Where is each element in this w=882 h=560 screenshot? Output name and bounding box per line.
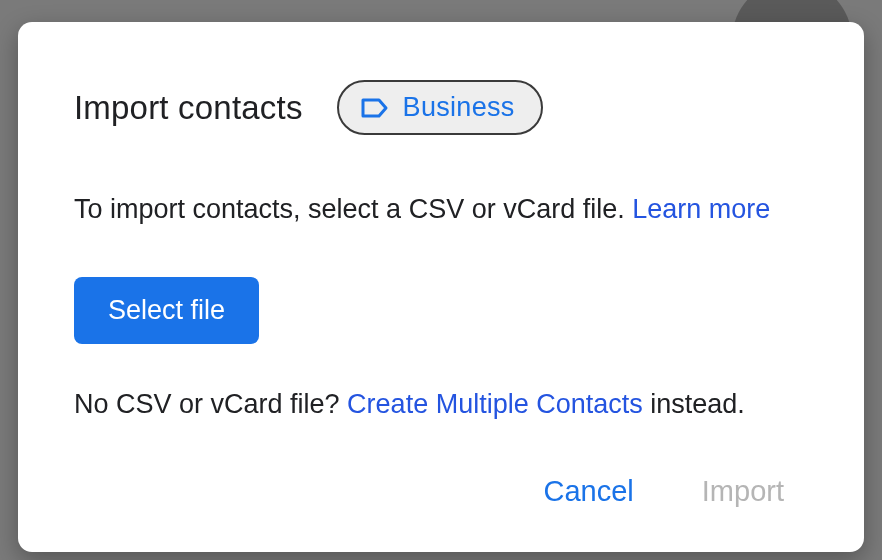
- import-contacts-dialog: Import contacts Business To import conta…: [18, 22, 864, 552]
- alternative-text: No CSV or vCard file? Create Multiple Co…: [74, 386, 808, 424]
- dialog-actions: Cancel Import: [74, 451, 808, 512]
- create-multiple-contacts-link[interactable]: Create Multiple Contacts: [347, 389, 643, 419]
- select-file-button[interactable]: Select file: [74, 277, 259, 344]
- learn-more-link[interactable]: Learn more: [632, 194, 770, 224]
- label-chip-text: Business: [403, 92, 515, 123]
- label-icon: [361, 97, 389, 119]
- label-chip-business[interactable]: Business: [337, 80, 543, 135]
- cancel-button[interactable]: Cancel: [544, 471, 634, 512]
- dialog-title: Import contacts: [74, 89, 303, 127]
- instruction-text: To import contacts, select a CSV or vCar…: [74, 191, 808, 229]
- alt-prefix: No CSV or vCard file?: [74, 389, 347, 419]
- dialog-header: Import contacts Business: [74, 80, 808, 135]
- alt-suffix: instead.: [643, 389, 745, 419]
- import-button: Import: [702, 471, 784, 512]
- instruction-prefix: To import contacts, select a CSV or vCar…: [74, 194, 632, 224]
